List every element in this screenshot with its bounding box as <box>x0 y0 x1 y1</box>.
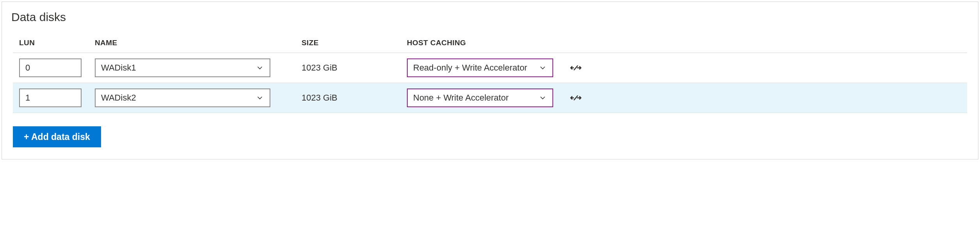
disk-name-select[interactable]: WADisk1 <box>95 58 270 77</box>
data-disks-table: LUN NAME SIZE HOST CACHING 0 WADisk1 <box>13 35 967 113</box>
header-cache: HOST CACHING <box>399 39 567 47</box>
host-caching-value: Read-only + Write Accelerator <box>413 63 527 73</box>
table-header-row: LUN NAME SIZE HOST CACHING <box>13 35 967 53</box>
disk-name-value: WADisk1 <box>101 63 136 73</box>
write-accelerator-icon[interactable] <box>570 64 594 72</box>
host-caching-value: None + Write Accelerator <box>413 93 509 103</box>
lun-input[interactable]: 1 <box>19 88 82 107</box>
header-lun: LUN <box>13 39 95 47</box>
disk-name-select[interactable]: WADisk2 <box>95 88 270 107</box>
add-data-disk-label: + Add data disk <box>24 132 90 142</box>
section-title: Data disks <box>11 11 967 24</box>
table-row: 1 WADisk2 1023 GiB None + Write Accelera… <box>13 83 967 113</box>
chevron-down-icon <box>538 64 547 72</box>
chevron-down-icon <box>256 94 264 102</box>
chevron-down-icon <box>538 94 547 102</box>
add-data-disk-button[interactable]: + Add data disk <box>13 126 101 147</box>
data-disks-panel: Data disks LUN NAME SIZE HOST CACHING 0 … <box>2 2 978 159</box>
host-caching-select[interactable]: Read-only + Write Accelerator <box>407 58 553 77</box>
lun-value: 0 <box>25 63 30 73</box>
lun-input[interactable]: 0 <box>19 58 82 77</box>
lun-value: 1 <box>25 93 30 103</box>
header-size: SIZE <box>290 39 399 47</box>
disk-size-value: 1023 GiB <box>302 93 337 103</box>
disk-name-value: WADisk2 <box>101 93 136 103</box>
chevron-down-icon <box>256 64 264 72</box>
host-caching-select[interactable]: None + Write Accelerator <box>407 88 553 107</box>
header-name: NAME <box>95 39 290 47</box>
write-accelerator-icon[interactable] <box>570 94 594 102</box>
disk-size-value: 1023 GiB <box>302 63 337 73</box>
table-row: 0 WADisk1 1023 GiB Read-only + Write Acc… <box>13 53 967 83</box>
